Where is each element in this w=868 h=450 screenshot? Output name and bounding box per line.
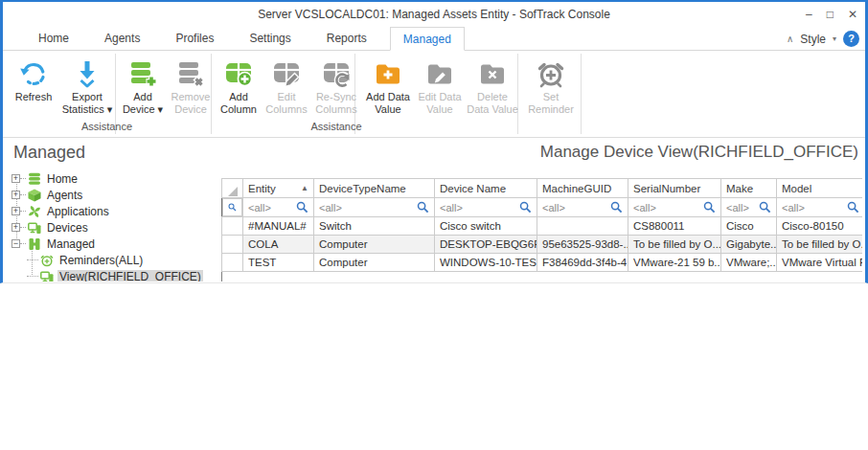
column-header-devicetypename[interactable]: DeviceTypeName [314, 179, 435, 198]
style-caret-icon[interactable]: ▾ [833, 34, 836, 43]
table-cell[interactable]: Computer [314, 236, 435, 254]
button-label: Data Value [467, 103, 518, 116]
table-cell[interactable]: 95e63525-93d8-... [537, 236, 628, 254]
column-header-devicename[interactable]: Device Name [435, 179, 537, 198]
table-row[interactable]: #MANUAL# Switch Cisco switch CS880011 Ci… [222, 217, 863, 236]
table-cell[interactable] [537, 217, 628, 236]
filter-cell-make[interactable]: <all> [721, 198, 777, 217]
expand-icon[interactable]: + [11, 223, 20, 232]
table-cell[interactable]: VMware Virtual Pla [777, 254, 863, 272]
table-cell[interactable]: Switch [314, 217, 435, 236]
filter-cell-devicetypename[interactable]: <all> [314, 198, 435, 217]
button-label: Remove [171, 91, 211, 103]
table-cell[interactable]: Cisco-80150 [777, 217, 863, 236]
ribbon-group-caption: Assistance [211, 121, 462, 135]
main-panel: Manage Device View(RICHFIELD_OFFICE) Ent… [221, 140, 862, 281]
column-header-make[interactable]: Make [721, 179, 777, 198]
row-indicator-cell[interactable] [222, 254, 243, 272]
button-label: Delete [477, 91, 508, 103]
filter-cell-machineguid[interactable]: <all> [537, 198, 628, 217]
table-cell[interactable]: CS880011 [628, 217, 721, 236]
add-device-icon [127, 56, 158, 91]
table-cell[interactable]: WINDOWS-10-TEST [435, 254, 537, 272]
table-cell[interactable]: COLA [243, 236, 314, 254]
edit-data-value-icon [424, 56, 455, 91]
export-statistics-icon [72, 56, 103, 91]
expand-icon[interactable]: + [11, 191, 20, 199]
button-label: Add [133, 91, 152, 103]
tree-item-applications[interactable]: + Applications [6, 203, 221, 219]
table-cell[interactable]: To be filled by O.... [628, 236, 721, 254]
search-icon [519, 201, 532, 214]
column-header-model[interactable]: Model [777, 179, 863, 198]
filter-cell-serialnumber[interactable]: <all> [628, 198, 721, 217]
database-icon [28, 172, 42, 186]
filter-cell-model[interactable]: <all> [777, 198, 863, 217]
table-cell[interactable]: Cisco [721, 217, 777, 236]
expand-icon[interactable]: + [11, 207, 20, 215]
column-header-machineguid[interactable]: MachineGUID [537, 179, 628, 198]
tree: + Home + [6, 170, 221, 281]
table-cell[interactable]: Cisco switch [435, 217, 537, 236]
sidebar-heading: Managed [13, 143, 85, 163]
page-title: Manage Device View(RICHFIELD_OFFICE) [540, 143, 858, 162]
button-label: Set [543, 91, 560, 103]
sidebar: Managed + Home + [6, 140, 221, 281]
tab-reports[interactable]: Reports [314, 27, 379, 50]
tab-profiles[interactable]: Profiles [163, 27, 226, 50]
row-indicator-cell[interactable] [222, 217, 243, 236]
row-indicator-header[interactable] [222, 179, 243, 198]
add-data-value-icon [373, 56, 403, 91]
table-row[interactable]: COLA Computer DESKTOP-EBQG6RR 95e63525-9… [222, 236, 863, 254]
tab-managed[interactable]: Managed [390, 27, 465, 51]
edit-columns-icon [271, 56, 302, 91]
maximize-button[interactable]: □ [827, 2, 834, 27]
tree-item-managed[interactable]: − Managed [6, 236, 221, 252]
filter-indicator-cell[interactable] [222, 198, 242, 216]
tab-settings[interactable]: Settings [237, 27, 303, 50]
delete-data-value-icon [477, 56, 508, 91]
tree-item-agents[interactable]: + Agents [6, 187, 221, 203]
tab-agents[interactable]: Agents [92, 27, 152, 50]
group-separator [581, 54, 582, 134]
table-cell[interactable]: F38469dd-3f4b-4... [537, 254, 628, 272]
ribbon-tab-bar: Home Agents Profiles Settings Reports Ma… [3, 27, 865, 51]
window-title: Server VCSLOCALDC01: Managed Assets Enti… [258, 8, 610, 21]
pinwheel-icon [28, 205, 42, 218]
button-label: Re-Sync [316, 91, 356, 103]
table-cell[interactable]: #MANUAL# [243, 217, 314, 236]
title-bar: Server VCSLOCALDC01: Managed Assets Enti… [3, 2, 865, 27]
help-button[interactable]: ? [843, 31, 859, 47]
column-header-entity[interactable]: Entity ▲ [243, 179, 314, 198]
table-cell[interactable]: TEST [243, 254, 314, 272]
tree-item-reminders[interactable]: Reminders(ALL) [6, 252, 221, 268]
row-indicator-cell[interactable] [222, 236, 243, 254]
collapse-icon[interactable]: − [11, 239, 20, 248]
filter-cell-entity[interactable]: <all> [243, 198, 314, 217]
search-icon [847, 201, 859, 214]
filter-cell-devicename[interactable]: <all> [435, 198, 537, 217]
table-cell[interactable]: Gigabyte... [721, 236, 777, 254]
tree-item-devices[interactable]: + Devices [6, 219, 221, 236]
expand-icon[interactable]: + [11, 174, 20, 183]
button-label: Statistics ▾ [62, 103, 113, 116]
table-cell[interactable]: To be filled by O.E [777, 236, 863, 254]
delete-data-value-button: Delete Data Value [465, 56, 520, 134]
devices-icon [40, 270, 55, 282]
close-button[interactable]: ✕ [848, 2, 857, 27]
table-cell[interactable]: VMware;... [721, 254, 777, 272]
tree-item-home[interactable]: + Home [6, 170, 221, 187]
set-reminder-icon [536, 56, 566, 91]
table-cell[interactable]: Computer [314, 254, 435, 272]
table-row[interactable]: TEST Computer WINDOWS-10-TEST F38469dd-3… [222, 254, 863, 272]
column-header-serialnumber[interactable]: SerialNumber [628, 179, 721, 198]
minimize-button[interactable]: – [806, 2, 812, 27]
button-label: Value [375, 103, 400, 116]
style-menu[interactable]: Style [800, 33, 826, 46]
tab-home[interactable]: Home [26, 27, 81, 50]
table-cell[interactable]: VMware-21 59 b... [628, 254, 721, 272]
remove-device-icon [175, 56, 206, 91]
table-cell[interactable]: DESKTOP-EBQG6RR [435, 236, 537, 254]
tree-item-view[interactable]: View(RICHFIELD_OFFICE) [6, 268, 221, 281]
collapse-ribbon-icon[interactable]: ∧ [787, 34, 793, 44]
